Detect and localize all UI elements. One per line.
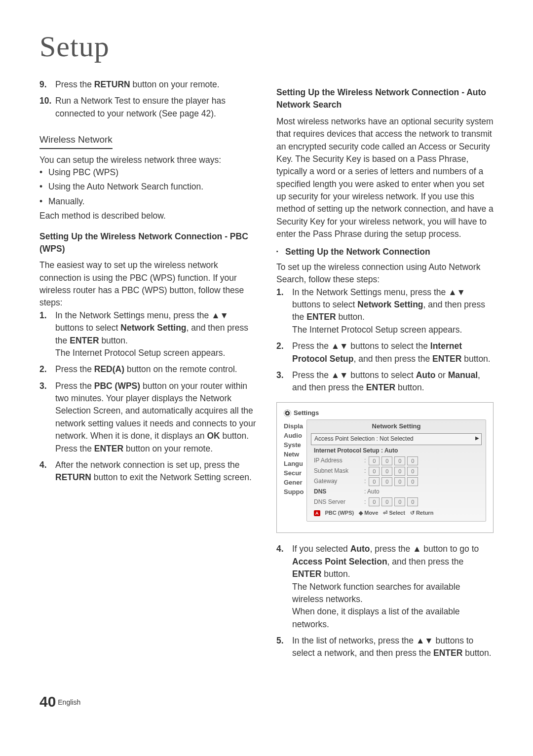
sub-heading: ▪ Setting Up the Network Connection — [276, 246, 494, 258]
page-footer: 40 English — [39, 693, 494, 710]
left-column: 9. Press the RETURN button on your remot… — [39, 78, 257, 664]
list-item: 2.Press the ▲▼ buttons to select the Int… — [276, 340, 494, 365]
panel-title: Network Setting — [311, 422, 482, 431]
right-column: Setting Up the Wireless Network Connecti… — [276, 78, 494, 664]
list-item: 3.Press the PBC (WPS) button on your rou… — [39, 380, 257, 455]
chevron-right-icon: ▶ — [475, 435, 479, 442]
paragraph: The easiest way to set up the wireless n… — [39, 259, 257, 309]
list-item: 4.If you selected Auto, press the ▲ butt… — [276, 543, 494, 631]
panel-footer-hints: A PBC (WPS) ◆ Move ⏎ Select ↺ Return — [311, 509, 482, 517]
list-item: 5.In the list of networks, press the ▲▼ … — [276, 635, 494, 660]
paragraph: Each method is described below. — [39, 210, 257, 222]
paragraph: You can setup the wireless network three… — [39, 154, 257, 166]
ip-row: Subnet Mask:0000 — [311, 467, 482, 476]
list-item: 9. Press the RETURN button on your remot… — [39, 78, 257, 91]
list-item: 1.In the Network Settings menu, press th… — [39, 309, 257, 360]
list-item: 4.After the network connection is set up… — [39, 459, 257, 484]
list-item: 1.In the Network Settings menu, press th… — [276, 286, 494, 337]
list-item: •Using PBC (WPS) — [39, 166, 257, 179]
sub-heading: Setting Up the Wireless Network Connecti… — [276, 86, 494, 112]
ip-row: Gateway:0000 — [311, 477, 482, 486]
access-point-selection-row: Access Point Selection : Not Selected ▶ — [311, 433, 482, 445]
paragraph: Most wireless networks have an optional … — [276, 115, 494, 241]
square-bullet-icon: ▪ — [276, 246, 285, 258]
sidebar-truncated: DisplaAudioSysteNetwLanguSecurGenerSuppo — [284, 421, 305, 496]
ip-row: DNS Server:0000 — [311, 497, 482, 506]
sub-heading: Setting Up the Wireless Network Connecti… — [39, 230, 257, 256]
section-heading: Wireless Network — [39, 133, 113, 149]
internet-protocol-setup-row: Internet Protocol Setup : Auto — [311, 447, 482, 455]
list-item: •Manually. — [39, 195, 257, 208]
gear-icon — [284, 410, 291, 417]
dns-row: DNS : Auto — [311, 488, 482, 496]
list-item: 10. Run a Network Test to ensure the pla… — [39, 95, 257, 120]
list-item: 2.Press the RED(A) button on the remote … — [39, 363, 257, 376]
ip-row: IP Address:0000 — [311, 456, 482, 465]
red-a-icon: A — [314, 510, 320, 516]
page-title: Setup — [39, 30, 494, 64]
settings-screenshot: Settings DisplaAudioSysteNetwLanguSecurG… — [276, 402, 494, 533]
list-item: •Using the Auto Network Search function. — [39, 181, 257, 193]
paragraph: To set up the wireless connection using … — [276, 261, 494, 286]
list-item: 3.Press the ▲▼ buttons to select Auto or… — [276, 369, 494, 394]
